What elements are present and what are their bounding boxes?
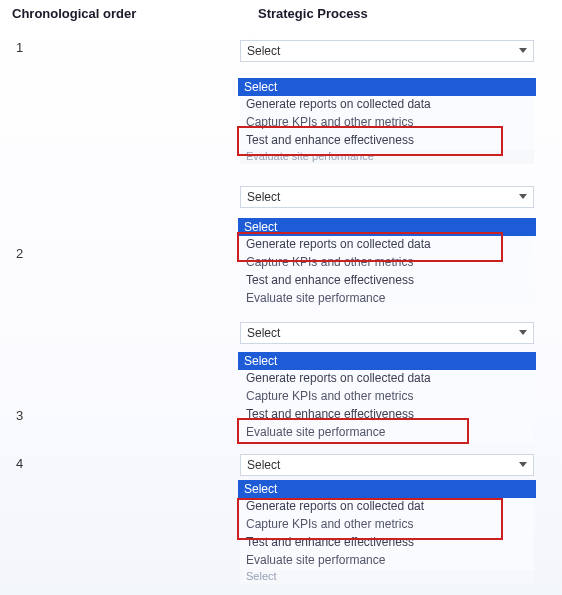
row-number-3: 3 (16, 408, 23, 423)
option-1-evaluate-faded: Evaluate site performance (240, 150, 534, 164)
chevron-down-icon (519, 48, 527, 53)
chevron-down-icon (519, 462, 527, 467)
option-3-capture[interactable]: Capture KPIs and other metrics (240, 388, 534, 406)
row-number-4: 4 (16, 456, 23, 471)
option-4-test[interactable]: Test and enhance effectiveness (240, 534, 534, 552)
dropdown-header-3: Select (238, 352, 536, 370)
select-value-1: Select (247, 44, 280, 58)
select-value-4: Select (247, 458, 280, 472)
option-1-test[interactable]: Test and enhance effectiveness (240, 132, 534, 150)
select-value-2: Select (247, 190, 280, 204)
column-header-strategic: Strategic Process (258, 6, 368, 21)
dropdown-header-2: Select (238, 218, 536, 236)
select-box-1[interactable]: Select (240, 40, 534, 62)
option-1-generate[interactable]: Generate reports on collected data (240, 96, 534, 114)
option-2-evaluate[interactable]: Evaluate site performance (240, 290, 534, 308)
option-3-evaluate[interactable]: Evaluate site performance (240, 424, 534, 442)
option-1-capture[interactable]: Capture KPIs and other metrics (240, 114, 534, 132)
select-box-3[interactable]: Select (240, 322, 534, 344)
option-2-test[interactable]: Test and enhance effectiveness (240, 272, 534, 290)
option-3-test[interactable]: Test and enhance effectiveness (240, 406, 534, 424)
option-4-evaluate[interactable]: Evaluate site performance (240, 552, 534, 570)
option-2-capture[interactable]: Capture KPIs and other metrics (240, 254, 534, 272)
option-3-generate[interactable]: Generate reports on collected data (240, 370, 534, 388)
dropdown-header-1: Select (238, 78, 536, 96)
select-value-3: Select (247, 326, 280, 340)
chevron-down-icon (519, 330, 527, 335)
chevron-down-icon (519, 194, 527, 199)
option-4-generate[interactable]: Generate reports on collected dat (240, 498, 534, 516)
row-number-1: 1 (16, 40, 23, 55)
select-box-4[interactable]: Select (240, 454, 534, 476)
select-box-2[interactable]: Select (240, 186, 534, 208)
option-2-generate[interactable]: Generate reports on collected data (240, 236, 534, 254)
option-4-capture[interactable]: Capture KPIs and other metrics (240, 516, 534, 534)
dropdown-header-4: Select (238, 480, 536, 498)
row-number-2: 2 (16, 246, 23, 261)
column-header-chronological: Chronological order (12, 6, 136, 21)
option-4-select-cut: Select (240, 570, 534, 584)
